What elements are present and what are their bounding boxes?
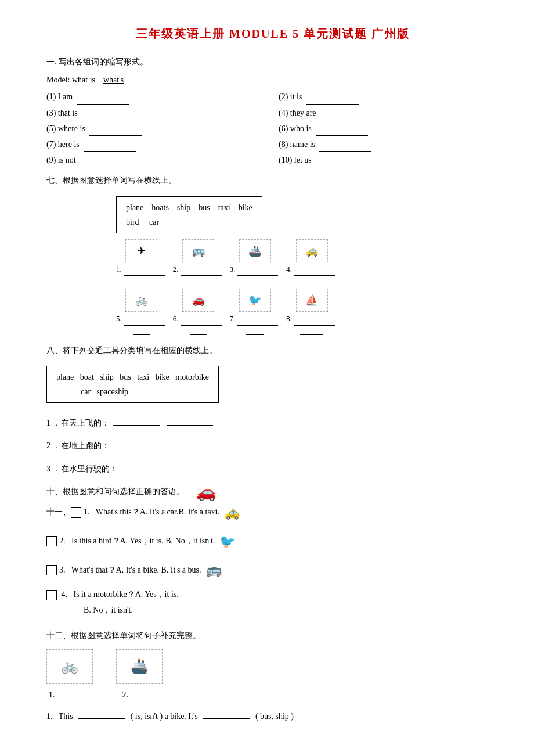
sentence1-blank1[interactable] — [78, 710, 125, 719]
paren-1[interactable] — [71, 507, 81, 518]
paren-4[interactable] — [46, 590, 57, 600]
option-b-1: B. It's a taxi. — [178, 505, 219, 520]
fill-blank-2b[interactable] — [167, 439, 213, 448]
item-num: (6) who is — [279, 124, 312, 133]
section10-11: 十、根据图意和问句选择正确的答语。 🚗 十一、 1. What's this？A… — [46, 484, 499, 618]
pic-blank-4b[interactable] — [297, 276, 326, 285]
section12-img-2: 🚢 — [116, 649, 163, 684]
model-line: Model: what is what's — [46, 73, 499, 87]
item-num: (2) it is — [279, 92, 302, 101]
pic-item-1: ✈ 1. — [116, 239, 167, 285]
pic-placeholder-4: 🚕 — [296, 239, 328, 262]
pic-num-6: 6. — [173, 312, 224, 325]
exercise-item: (1) I am — [46, 89, 267, 104]
pic-row-1: ✈ 1. 🚌 2. 🚢 3. 🚕 4. — [116, 239, 499, 285]
item-num: (4) they are — [279, 109, 316, 117]
pic-item-2: 🚌 2. — [173, 239, 224, 285]
blank-1[interactable] — [77, 95, 129, 105]
pic-blank-7b[interactable] — [246, 326, 264, 335]
blank-5[interactable] — [89, 127, 142, 136]
num-label-2: 2. — [122, 687, 129, 702]
fill-line-3: 3 ．在水里行驶的： — [46, 462, 499, 476]
fill-blank-2e[interactable] — [327, 439, 373, 448]
exercise-item: (9) is not — [46, 153, 267, 167]
sentence1-blank2[interactable] — [203, 710, 250, 719]
blank-8[interactable] — [319, 142, 371, 152]
pic-item-7: 🐦 7. — [230, 289, 281, 334]
fill-line-1: 1 ．在天上飞的： — [46, 416, 499, 430]
blank-7[interactable] — [84, 142, 136, 152]
section12-img-1: 🚲 — [46, 649, 93, 684]
pic-placeholder-8: ⛵ — [296, 289, 328, 312]
fill-blank-3a[interactable] — [121, 462, 179, 471]
section7-word-box: plane hoats ship bus taxi bikebird car — [116, 196, 262, 233]
section7-words: plane hoats ship bus taxi bikebird car — [126, 203, 252, 226]
model-text: Model: what is — [46, 75, 102, 84]
fill-label-1: 1 ．在天上飞的： — [46, 416, 110, 430]
pic-placeholder-5: 🚲 — [125, 289, 157, 312]
section8: 八、将下列交通工具分类填写在相应的横线上。 plane boat ship bu… — [46, 343, 499, 476]
blank-3[interactable] — [82, 111, 146, 120]
pic-blank-8b[interactable] — [300, 326, 323, 335]
item-num: (1) I am — [46, 92, 73, 101]
pic-placeholder-1: ✈ — [125, 239, 157, 262]
fill-blank-3b[interactable] — [186, 462, 233, 471]
mc-item-4-b: B. No，it isn't. — [84, 606, 133, 614]
sentence1-hint2: ( bus, ship ) — [255, 712, 294, 721]
item-num: (8) name is — [279, 140, 315, 149]
item-num: (10) let us — [279, 156, 312, 164]
pic-blank-5b[interactable] — [133, 326, 150, 335]
mc-num-3: 3. What's that？A. It's a bike. B. It's a… — [59, 563, 201, 578]
blank-9[interactable] — [80, 158, 144, 167]
sentence1-hint1: ( is, isn't ) a bike. It's — [131, 712, 198, 721]
section8-word-box: plane boat ship bus taxi bike motorbike … — [46, 366, 219, 403]
exercise-item: (5) where is — [46, 121, 267, 136]
item-num: (5) where is — [46, 124, 85, 133]
fill-blank-1a[interactable] — [113, 416, 160, 426]
section7-title: 七、根据图意选择单词写在横线上。 — [46, 173, 499, 188]
pic-item-4: 🚕 4. — [286, 239, 337, 285]
section8-title: 八、将下列交通工具分类填写在相应的横线上。 — [46, 343, 499, 358]
mc-item-3: 3. What's that？A. It's a bike. B. It's a… — [46, 558, 499, 582]
mc-num-1: 1. What's this？A. It's a car. — [84, 505, 178, 520]
section10-header: 十、根据图意和问句选择正确的答语。 🚗 — [46, 484, 499, 501]
fill-blank-2c[interactable] — [220, 439, 266, 448]
fill-label-3: 3 ．在水里行驶的： — [46, 462, 118, 476]
pic-blank-6b[interactable] — [190, 326, 207, 335]
pic-num-3: 3. — [230, 262, 281, 276]
fill-label-2: 2 ．在地上跑的： — [46, 438, 110, 453]
exercise-item: (7) here is — [46, 137, 267, 152]
pic-num-7: 7. — [230, 312, 281, 325]
pic-blank-2b[interactable] — [184, 276, 213, 285]
section12-images: 🚲 🚢 — [46, 649, 499, 684]
paren-3[interactable] — [46, 565, 57, 575]
pic-blank-1b[interactable] — [127, 276, 156, 285]
img-placeholder-1: 🚲 — [46, 649, 93, 684]
fill-blank-2a[interactable] — [113, 439, 160, 448]
mc-item-4: 4. Is it a motorbike？A. Yes，it is. B. No… — [46, 587, 499, 618]
sentence1-text: 1. This — [46, 712, 75, 721]
pic-placeholder-7: 🐦 — [239, 289, 271, 312]
pic-row-2: 🚲 5. 🚗 6. 🐦 7. ⛵ 8. — [116, 289, 499, 334]
section12: 十二、根据图意选择单词将句子补充完整。 🚲 🚢 1. 2. 1. This ( … — [46, 628, 499, 725]
exercise-item: (4) they are — [279, 106, 499, 120]
blank-4[interactable] — [320, 111, 373, 120]
pic-blank-3b[interactable] — [246, 276, 264, 285]
pic-placeholder-6: 🚗 — [182, 289, 214, 312]
paren-2[interactable] — [46, 536, 57, 546]
blank-10[interactable] — [316, 158, 380, 167]
mc-item-1: 十一、 1. What's this？A. It's a car. B. It'… — [46, 501, 499, 525]
section7: 七、根据图意选择单词写在横线上。 plane hoats ship bus ta… — [46, 173, 499, 334]
fill-blank-2d[interactable] — [273, 439, 320, 448]
section11-label: 十一、 — [46, 505, 71, 520]
exercise-item: (6) who is — [279, 121, 499, 136]
blank-2[interactable] — [306, 95, 359, 105]
bird-icon: 🐦 — [219, 530, 235, 554]
item-num: (7) here is — [46, 140, 80, 149]
pic-num-2: 2. — [173, 262, 224, 276]
item-num: (3) that is — [46, 109, 78, 117]
pic-num-5: 5. — [116, 312, 167, 325]
fill-blank-1b[interactable] — [167, 416, 213, 426]
pic-num-8: 8. — [286, 312, 337, 325]
blank-6[interactable] — [316, 127, 368, 136]
